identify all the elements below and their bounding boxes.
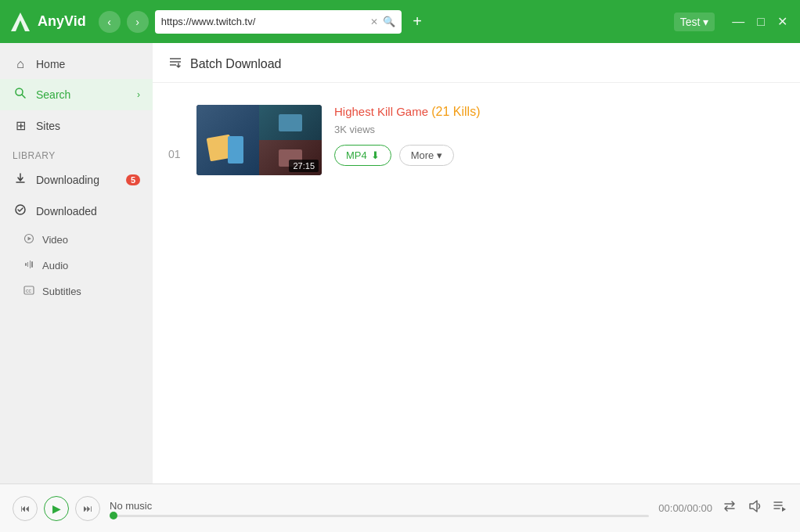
- more-options-button[interactable]: More ▾: [399, 145, 455, 166]
- sidebar-item-sites[interactable]: ⊞ Sites: [0, 110, 153, 141]
- player-time: 00:00/00:00: [658, 502, 712, 514]
- clear-url-button[interactable]: ✕: [370, 16, 378, 27]
- more-label: More: [411, 149, 434, 161]
- library-section-label: Library: [0, 141, 153, 164]
- result-title: Highest Kill Game (21 Kills): [334, 105, 784, 119]
- home-icon: ⌂: [13, 57, 28, 71]
- mp4-label: MP4: [346, 149, 367, 161]
- subitem-video-label: Video: [42, 234, 68, 246]
- player-info: No music: [110, 500, 649, 517]
- sidebar-search-label: Search: [36, 88, 129, 101]
- content-header: Batch Download: [153, 43, 800, 83]
- sites-icon: ⊞: [13, 118, 28, 133]
- back-button[interactable]: ‹: [99, 11, 121, 33]
- play-icon: ▶: [52, 502, 61, 515]
- title-text-red: Highest Kill Game: [334, 105, 431, 118]
- titlebar: AnyVid ‹ › https://www.twitch.tv/ ✕ 🔍 + …: [0, 0, 800, 43]
- player-controls: ⏮ ▶ ⏭: [13, 496, 100, 521]
- search-icon: [13, 87, 28, 102]
- repeat-button[interactable]: [722, 498, 737, 518]
- results-area: 01: [153, 83, 800, 483]
- add-tab-button[interactable]: +: [408, 11, 427, 32]
- mp4-download-button[interactable]: MP4 ⬇: [334, 145, 391, 166]
- address-bar[interactable]: https://www.twitch.tv/ ✕ 🔍: [155, 10, 402, 34]
- svg-marker-14: [750, 501, 757, 512]
- sidebar-item-downloaded[interactable]: Downloaded: [0, 196, 153, 227]
- subitem-subtitles-label: Subtitles: [42, 286, 81, 297]
- logo-area: AnyVid: [8, 9, 86, 34]
- minimize-button[interactable]: —: [727, 13, 749, 31]
- user-chevron-icon: ▾: [703, 16, 708, 28]
- audio-icon: [23, 259, 34, 272]
- result-meta: 3K views: [334, 124, 784, 135]
- window-controls: — □ ✕: [727, 13, 792, 31]
- repeat-icon: [722, 498, 737, 518]
- result-actions: MP4 ⬇ More ▾: [334, 145, 784, 166]
- svg-marker-18: [782, 507, 786, 512]
- maximize-button[interactable]: □: [752, 13, 769, 31]
- downloading-icon: [13, 172, 28, 188]
- url-text: https://www.twitch.tv/: [161, 16, 366, 27]
- subtitles-icon: CC: [23, 285, 34, 298]
- sidebar-downloaded-label: Downloaded: [36, 205, 140, 217]
- player-right-controls: [722, 498, 787, 518]
- sidebar-home-label: Home: [36, 58, 140, 70]
- playlist-button[interactable]: [772, 498, 787, 518]
- next-button[interactable]: ⏭: [75, 496, 100, 521]
- page-title: Batch Download: [190, 57, 282, 71]
- downloaded-icon: [13, 203, 28, 219]
- player-progress-bar[interactable]: [110, 515, 649, 517]
- batch-download-icon: [168, 56, 182, 73]
- sidebar-item-downloading[interactable]: Downloading 5: [0, 164, 153, 196]
- video-duration: 27:15: [289, 160, 319, 172]
- previous-icon: ⏮: [20, 503, 30, 514]
- search-url-icon[interactable]: 🔍: [383, 16, 395, 27]
- download-icon: ⬇: [371, 149, 380, 161]
- player-bar: ⏮ ▶ ⏭ No music 00:00/00:00: [0, 483, 800, 532]
- svg-marker-6: [28, 237, 32, 241]
- player-progress-dot: [110, 512, 117, 519]
- svg-rect-7: [25, 263, 27, 266]
- svg-rect-8: [31, 261, 33, 268]
- user-menu[interactable]: Test ▾: [674, 13, 715, 31]
- sidebar-search-arrow-icon: ›: [137, 89, 140, 100]
- playlist-icon: [772, 498, 787, 518]
- sidebar-downloading-label: Downloading: [36, 174, 118, 186]
- subitem-audio-label: Audio: [42, 260, 68, 271]
- sidebar-item-home[interactable]: ⌂ Home: [0, 49, 153, 79]
- volume-button[interactable]: [747, 498, 762, 518]
- app-name: AnyVid: [38, 13, 86, 30]
- previous-button[interactable]: ⏮: [13, 496, 38, 521]
- sidebar-subitem-audio[interactable]: Audio: [0, 253, 153, 279]
- sidebar: ⌂ Home Search › ⊞ Sites Library: [0, 43, 153, 483]
- sidebar-sites-label: Sites: [36, 120, 140, 132]
- chevron-down-icon: ▾: [437, 149, 442, 161]
- forward-button[interactable]: ›: [127, 11, 149, 33]
- video-thumbnail[interactable]: 27:15: [196, 105, 322, 175]
- result-info: Highest Kill Game (21 Kills) 3K views MP…: [334, 105, 784, 166]
- logo-icon: [8, 9, 33, 34]
- thumbnail-main: [196, 105, 259, 175]
- sidebar-item-search[interactable]: Search ›: [0, 79, 153, 110]
- svg-text:CC: CC: [26, 289, 32, 293]
- video-icon: [23, 233, 34, 246]
- main-layout: ⌂ Home Search › ⊞ Sites Library: [0, 43, 800, 483]
- sidebar-subitem-video[interactable]: Video: [0, 227, 153, 253]
- player-track-title: No music: [110, 500, 649, 512]
- volume-icon: [747, 498, 762, 518]
- result-item: 01: [168, 95, 784, 185]
- next-icon: ⏭: [83, 503, 92, 514]
- sidebar-subitem-subtitles[interactable]: CC Subtitles: [0, 279, 153, 304]
- user-name: Test: [680, 16, 701, 28]
- title-text-orange: (21 Kills): [431, 105, 480, 118]
- result-number: 01: [168, 105, 184, 160]
- svg-line-3: [22, 95, 25, 98]
- play-button[interactable]: ▶: [44, 496, 69, 521]
- content-area: Batch Download 01: [153, 43, 800, 483]
- downloading-badge: 5: [126, 174, 140, 185]
- thumbnail-small-1: [259, 105, 322, 140]
- close-button[interactable]: ✕: [773, 13, 792, 31]
